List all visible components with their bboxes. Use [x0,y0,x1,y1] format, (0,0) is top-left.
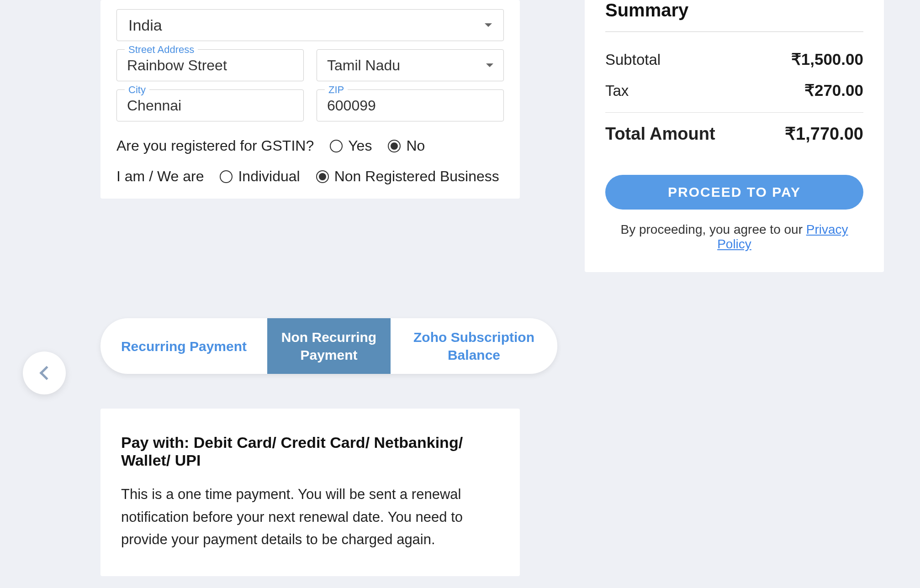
summary-card: Summary Subtotal ₹1,500.00 Tax ₹270.00 T… [585,0,884,272]
zip-value: 600099 [327,97,376,114]
chevron-down-icon [485,23,492,27]
iam-question: I am / We are [116,168,204,185]
proceed-to-pay-button[interactable]: PROCEED TO PAY [605,175,863,210]
chevron-left-icon [39,366,53,380]
radio-icon [388,140,401,152]
payment-info-card: Pay with: Debit Card/ Credit Card/ Netba… [100,409,520,576]
individual-label: Individual [238,168,300,185]
tab-recurring-payment[interactable]: Recurring Payment [100,318,267,374]
gstin-no-label: No [406,137,425,154]
payment-description: This is a one time payment. You will be … [121,483,499,551]
individual-radio[interactable]: Individual [220,168,300,185]
total-value: ₹1,770.00 [785,124,863,144]
tax-value: ₹270.00 [804,81,863,100]
non-registered-business-label: Non Registered Business [334,168,499,185]
non-registered-business-radio[interactable]: Non Registered Business [316,168,499,185]
subtotal-value: ₹1,500.00 [791,50,863,68]
billing-form-card: India Street Address Rainbow Street Tami… [100,0,520,199]
state-value: Tamil Nadu [327,57,400,74]
city-value: Chennai [127,97,181,114]
country-select[interactable]: India [116,9,504,41]
radio-icon [330,140,343,152]
tab-subscription-balance[interactable]: Zoho Subscription Balance [391,318,557,374]
street-label: Street Address [125,44,198,56]
gstin-yes-radio[interactable]: Yes [330,137,372,154]
payment-tabs: Recurring Payment Non Recurring Payment … [100,318,557,374]
gstin-no-radio[interactable]: No [388,137,425,154]
city-label: City [125,84,149,96]
gstin-question: Are you registered for GSTIN? [116,137,314,154]
radio-icon [316,170,329,183]
country-value: India [128,16,162,34]
privacy-agree-text: By proceeding, you agree to our [620,222,806,236]
street-value: Rainbow Street [127,57,227,74]
tax-label: Tax [605,82,629,100]
gstin-yes-label: Yes [348,137,372,154]
state-select[interactable]: Tamil Nadu [317,49,504,81]
divider [605,112,863,113]
payment-heading: Pay with: Debit Card/ Credit Card/ Netba… [121,434,499,469]
divider [605,31,863,32]
radio-icon [220,170,233,183]
privacy-disclaimer: By proceeding, you agree to our Privacy … [605,222,863,252]
tab-non-recurring-payment[interactable]: Non Recurring Payment [267,318,391,374]
back-button[interactable] [23,352,66,394]
chevron-down-icon [486,63,493,67]
summary-title: Summary [605,0,863,21]
total-label: Total Amount [605,124,715,144]
zip-label: ZIP [325,84,348,96]
subtotal-label: Subtotal [605,51,661,68]
